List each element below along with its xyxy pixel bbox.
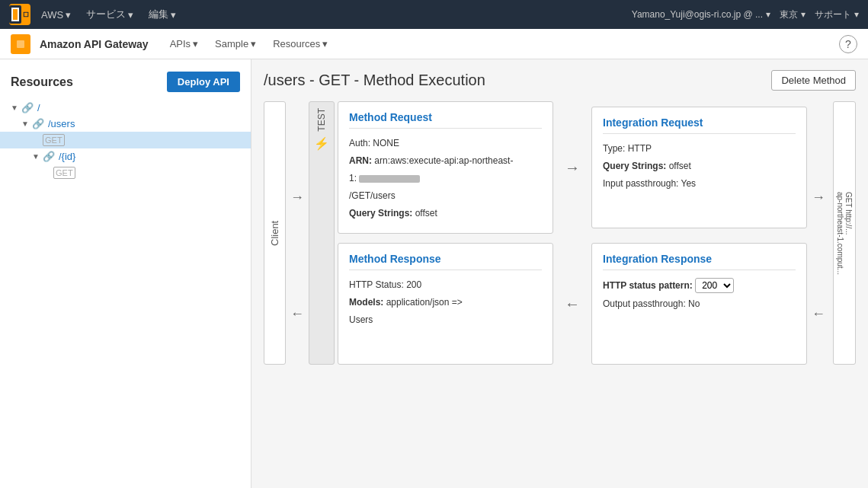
method-response-models-value: Users bbox=[349, 313, 542, 327]
svg-rect-4 bbox=[17, 40, 24, 48]
integration-request-qs: Query Strings: offset bbox=[603, 159, 796, 173]
tree-label-root: / bbox=[37, 102, 40, 113]
arrow-to-integration-request: → bbox=[553, 159, 591, 177]
resources-menu[interactable]: Resources ▾ bbox=[267, 35, 334, 53]
help-button[interactable]: ? bbox=[839, 35, 857, 53]
client-label: Client bbox=[264, 101, 286, 365]
bottom-row: Method Response HTTP Status: 200 Models:… bbox=[338, 243, 807, 365]
test-label: TEST bbox=[316, 108, 327, 132]
apis-menu[interactable]: APIs ▾ bbox=[164, 35, 204, 53]
tree-label-id: /{id} bbox=[59, 151, 75, 162]
integration-request-title: Integration Request bbox=[603, 116, 796, 134]
resource-icon-id: 🔗 bbox=[43, 151, 55, 162]
integration-response-passthrough: Output passthrough: No bbox=[603, 297, 796, 311]
method-response-title: Method Response bbox=[349, 253, 542, 270]
tree-item-id-get[interactable]: GET bbox=[0, 164, 251, 181]
main-layout: Resources Deploy API ▼ 🔗 / ▼ 🔗 /users GE… bbox=[0, 59, 868, 488]
integration-response-pattern: HTTP status pattern: 200 bbox=[603, 278, 796, 293]
top-row: Method Request Auth: NONE ARN: arn:aws:e… bbox=[338, 101, 807, 234]
method-request-auth: Auth: NONE bbox=[349, 136, 542, 150]
content-area: /users - GET - Method Execution Delete M… bbox=[251, 59, 868, 488]
method-request-arn3: /GET/users bbox=[349, 189, 542, 203]
apigw-logo bbox=[11, 34, 30, 54]
integration-request-passthrough: Input passthrough: Yes bbox=[603, 177, 796, 190]
tree-toggle-id: ▼ bbox=[32, 152, 43, 161]
sidebar-title: Resources bbox=[11, 75, 73, 89]
method-response-models: Models: application/json => bbox=[349, 295, 542, 309]
method-request-qs: Query Strings: offset bbox=[349, 206, 542, 220]
arrow-from-integration-response: ← bbox=[553, 295, 591, 313]
sidebar-header: Resources Deploy API bbox=[0, 67, 251, 100]
page-title: /users - GET - Method Execution bbox=[264, 72, 485, 89]
tree-toggle-id-get bbox=[43, 169, 53, 177]
content-header: /users - GET - Method Execution Delete M… bbox=[264, 70, 856, 91]
resource-icon-users: 🔗 bbox=[32, 118, 44, 129]
status-pattern-select[interactable]: 200 bbox=[695, 278, 734, 293]
right-outer-arrow-bottom: ← bbox=[812, 306, 825, 322]
integration-response-title: Integration Response bbox=[603, 253, 796, 270]
tree-toggle-root: ▼ bbox=[11, 104, 21, 112]
top-navigation: AWS ▾ サービス ▾ 編集 ▾ Yamano_Yuji@ogis-ri.co… bbox=[0, 0, 868, 29]
outer-arrow-top: → bbox=[290, 190, 304, 206]
redacted-arn bbox=[359, 175, 420, 183]
edit-menu[interactable]: 編集 ▾ bbox=[144, 5, 181, 24]
integration-request-box[interactable]: Integration Request Type: HTTP Query Str… bbox=[591, 107, 807, 228]
method-request-title: Method Request bbox=[349, 111, 542, 129]
tree-toggle-users: ▼ bbox=[21, 120, 32, 128]
method-response-status: HTTP Status: 200 bbox=[349, 278, 542, 292]
resource-icon-root: 🔗 bbox=[21, 102, 34, 113]
app-name: Amazon API Gateway bbox=[40, 38, 149, 50]
delete-method-button[interactable]: Delete Method bbox=[771, 70, 856, 91]
aws-menu[interactable]: AWS ▾ bbox=[37, 6, 75, 24]
outer-arrow-bottom: ← bbox=[290, 306, 304, 322]
test-panel[interactable]: TEST ⚡ bbox=[309, 101, 335, 365]
integration-response-box[interactable]: Integration Response HTTP status pattern… bbox=[591, 243, 807, 365]
rows-container: Method Request Auth: NONE ARN: arn:aws:e… bbox=[338, 101, 807, 365]
endpoint-label: GET http://...ap-northeast-1.comput... bbox=[833, 101, 856, 365]
user-info: Yamano_Yuji@ogis-ri.co.jp @ ... ▾ 東京 ▾ サ… bbox=[632, 8, 859, 21]
execution-diagram: Client → ← TEST ⚡ Method Request Auth: N… bbox=[264, 101, 856, 365]
method-response-box[interactable]: Method Response HTTP Status: 200 Models:… bbox=[338, 243, 553, 365]
sample-menu[interactable]: Sample ▾ bbox=[209, 35, 262, 53]
tree-label-users: /users bbox=[48, 118, 75, 129]
method-request-arn2: 1: bbox=[349, 171, 542, 185]
right-outer-arrow-top: → bbox=[812, 190, 825, 206]
services-menu[interactable]: サービス ▾ bbox=[82, 5, 138, 24]
sidebar: Resources Deploy API ▼ 🔗 / ▼ 🔗 /users GE… bbox=[0, 59, 251, 488]
second-navigation: Amazon API Gateway APIs ▾ Sample ▾ Resou… bbox=[0, 29, 868, 59]
method-icon-get: GET bbox=[43, 134, 65, 146]
method-request-arn: ARN: arn:aws:execute-api:ap-northeast- bbox=[349, 154, 542, 167]
method-request-box[interactable]: Method Request Auth: NONE ARN: arn:aws:e… bbox=[338, 101, 553, 234]
deploy-api-button[interactable]: Deploy API bbox=[167, 72, 240, 92]
tree-item-get[interactable]: GET bbox=[0, 132, 251, 148]
method-icon-id-get: GET bbox=[53, 167, 75, 179]
aws-logo bbox=[9, 4, 30, 25]
tree-item-users[interactable]: ▼ 🔗 /users bbox=[0, 116, 251, 132]
tree-toggle-get bbox=[32, 136, 43, 145]
integration-request-type: Type: HTTP bbox=[603, 142, 796, 155]
lightning-icon: ⚡ bbox=[314, 136, 329, 151]
svg-rect-2 bbox=[24, 13, 27, 16]
tree-item-id[interactable]: ▼ 🔗 /{id} bbox=[0, 148, 251, 164]
tree-item-root[interactable]: ▼ 🔗 / bbox=[0, 100, 251, 116]
